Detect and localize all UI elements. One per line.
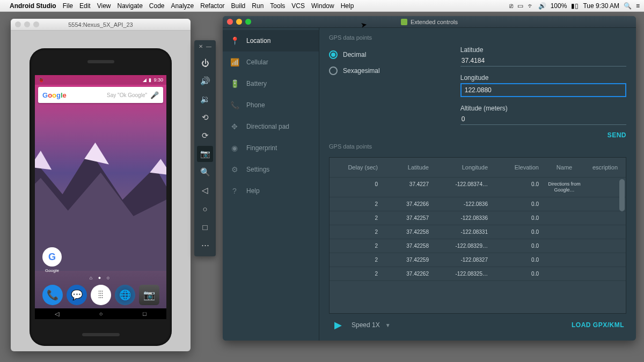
signal-icon: ◢ [143,77,147,83]
more-button[interactable]: ⋯ [197,237,213,253]
back-button[interactable]: ◁ [197,182,213,198]
menu-tools[interactable]: Tools [270,2,285,10]
col-longitude[interactable]: Longitude [429,164,488,171]
table-row[interactable]: 237.42259-122.083270.0 [330,253,626,267]
phone-icon: 📞 [230,101,239,109]
messages-app-icon[interactable]: 💬 [67,285,87,305]
sidebar-item-phone[interactable]: 📞Phone [223,94,319,116]
longitude-input[interactable]: 122.0880 [460,83,626,97]
col-latitude[interactable]: Latitude [378,164,429,171]
radio-decimal[interactable]: Decimal [329,50,380,59]
nav-back-icon[interactable]: ◁ [55,311,59,317]
sidebar-item-cellular[interactable]: 📶Cellular [223,51,319,73]
altitude-label: Altitude (meters) [460,105,626,112]
list-icon[interactable]: ≡ [636,2,640,10]
play-button[interactable]: ▶ [334,319,342,331]
sidebar-item-location[interactable]: 📍Location [223,30,319,51]
traffic-lights[interactable] [227,19,251,25]
latitude-field: Latitude 37.4184 [460,46,626,67]
emulator-title: 5554:Nexus_5X_API_23 [68,21,133,28]
camera-app-icon[interactable]: 📷 [139,285,159,305]
menu-analyze[interactable]: Analyze [171,2,194,10]
sidebar-item-settings[interactable]: ⚙Settings [223,159,319,180]
svg-marker-4 [150,159,166,175]
table-row[interactable]: 237.42266-122.08360.0 [330,197,626,211]
scrollbar-thumb[interactable] [619,179,625,211]
airplay-icon[interactable]: ▭ [517,2,523,10]
send-button[interactable]: SEND [608,131,626,139]
altitude-input[interactable]: 0 [460,114,626,125]
table-row[interactable]: 037.4227-122.08374…0.0Directions from Go… [330,178,626,197]
gps-table-label: GPS data points [329,143,626,150]
col-delay[interactable]: Delay (sec) [335,164,378,171]
browser-app-icon[interactable]: 🌐 [115,285,135,305]
menu-code[interactable]: Code [149,2,165,10]
col-name[interactable]: Name [539,164,590,171]
menu-file[interactable]: File [63,2,73,10]
notification-icon[interactable]: ⎚ [509,2,513,10]
latitude-input[interactable]: 37.4184 [460,55,626,67]
menu-window[interactable]: Window [311,2,334,10]
power-button[interactable]: ⏻ [197,55,213,71]
phone-screen[interactable]: 🐞 ◢ ▮ 9:30 Google Say "Ok Google" 🎤 [35,75,166,319]
sidebar-item-help[interactable]: ?Help [223,180,319,202]
rotate-right-button[interactable]: ⟳ [197,128,213,144]
spotlight-icon[interactable]: 🔍 [624,2,632,10]
camera-button[interactable]: 📷 [197,146,213,162]
close-icon[interactable]: ✕ [199,43,203,49]
rotate-left-button[interactable]: ⟲ [197,109,213,125]
sidebar-item-dpad[interactable]: ✥Directional pad [223,116,319,137]
menu-navigate[interactable]: Navigate [117,2,142,10]
table-row[interactable]: 237.42262-122.08325…0.0 [330,267,626,281]
nav-overview-icon[interactable]: □ [143,311,147,317]
phone-app-icon[interactable]: 📞 [42,285,63,305]
menu-refactor[interactable]: Refactor [200,2,224,10]
col-description[interactable]: escription [590,164,620,171]
battery-icon[interactable]: ▮▯ [571,2,579,10]
nav-home-icon[interactable]: ○ [99,311,103,317]
zoom-button[interactable]: 🔍 [197,164,213,180]
table-row[interactable]: 237.42258-122.083310.0 [330,225,626,239]
menu-help[interactable]: Help [341,2,354,10]
radio-sexagesimal[interactable]: Sexagesimal [329,67,380,75]
traffic-lights[interactable] [15,21,39,27]
mic-icon[interactable]: 🎤 [150,91,159,99]
fingerprint-icon: ◉ [230,144,239,152]
sidebar-item-battery[interactable]: 🔋Battery [223,73,319,94]
dpad-icon: ✥ [230,122,239,131]
table-row[interactable]: 237.42257-122.083360.0 [330,211,626,225]
google-search-bar[interactable]: Google Say "Ok Google" 🎤 [38,87,163,103]
emulator-titlebar[interactable]: 5554:Nexus_5X_API_23 [11,19,191,31]
table-body[interactable]: 037.4227-122.08374…0.0Directions from Go… [330,178,626,313]
wifi-icon[interactable]: ᯤ [528,2,534,10]
longitude-label: Longitude [460,74,626,82]
page-indicator: ⌂ ● ○ [35,275,166,280]
extended-titlebar[interactable]: Extended controls [223,16,636,28]
android-status-bar[interactable]: 🐞 ◢ ▮ 9:30 [35,75,166,85]
menu-view[interactable]: View [97,2,111,10]
table-row[interactable]: 237.42258-122.08329…0.0 [330,239,626,253]
menu-edit[interactable]: Edit [79,2,91,10]
overview-button[interactable]: □ [197,219,213,235]
menu-run[interactable]: Run [252,2,264,10]
menu-build[interactable]: Build [231,2,246,10]
minimize-icon[interactable]: — [206,43,211,49]
battery-icon: ▮ [149,77,151,83]
emulator-toolbar: ✕— ⏻ 🔊 🔉 ⟲ ⟳ 📷 🔍 ◁ ○ □ ⋯ [194,40,216,256]
menu-vcs[interactable]: VCS [291,2,305,10]
cellular-icon: 📶 [230,58,239,67]
load-gpx-button[interactable]: LOAD GPX/KML [572,321,624,329]
status-time: 9:30 [153,77,163,83]
clock[interactable]: Tue 9:30 AM [583,2,619,10]
google-app-icon[interactable]: G [42,247,62,267]
volume-icon[interactable]: 🔊 [538,2,546,10]
app-name[interactable]: Android Studio [10,2,56,10]
sidebar-item-fingerprint[interactable]: ◉Fingerprint [223,137,319,159]
volume-up-button[interactable]: 🔊 [197,73,213,89]
volume-down-button[interactable]: 🔉 [197,91,213,107]
apps-drawer-icon[interactable]: ⦙⦙⦙ [91,285,111,305]
speed-selector[interactable]: Speed 1X ▼ [352,321,391,329]
home-button[interactable]: ○ [197,201,213,217]
android-icon [401,19,407,25]
col-elevation[interactable]: Elevation [488,164,539,171]
